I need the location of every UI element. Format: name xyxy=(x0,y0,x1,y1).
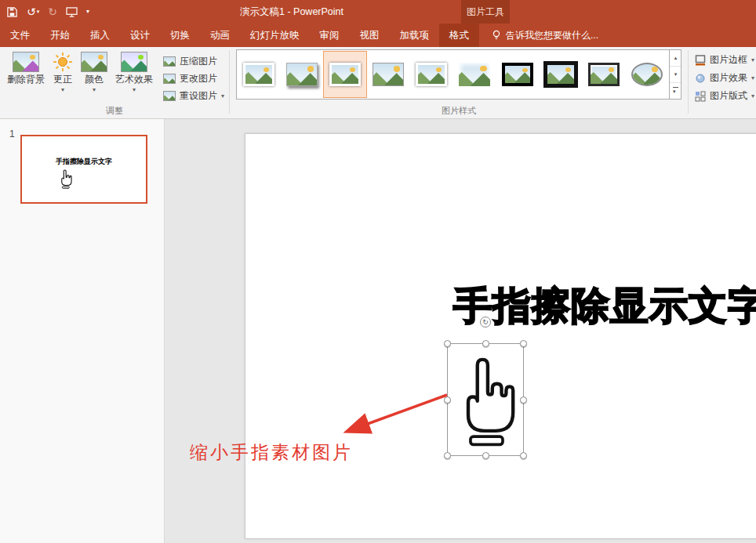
tab-animations[interactable]: 动画 xyxy=(200,24,240,47)
gallery-scrollbar: ▴ ▾ ▾ xyxy=(669,50,681,99)
picture-style-thumbnail[interactable] xyxy=(281,52,323,97)
resize-handle-nw[interactable] xyxy=(444,340,451,347)
customize-qat-icon[interactable]: ▾ xyxy=(86,6,89,17)
tab-addins[interactable]: 加载项 xyxy=(390,24,440,47)
picture-style-thumbnail[interactable] xyxy=(496,52,539,97)
artistic-effects-button[interactable]: 艺术效果 ▾ xyxy=(111,49,157,103)
reset-picture-icon xyxy=(163,91,176,101)
picture-layout-icon xyxy=(695,91,706,102)
dropdown-icon: ▾ xyxy=(751,75,754,81)
picture-effects-icon xyxy=(695,73,706,84)
gallery-more-icon[interactable]: ▾ xyxy=(670,83,681,99)
titlebar: ↺▾ ↻ ▾ 演示文稿1 - PowerPoint 图片工具 xyxy=(0,0,756,24)
picture-styles-gallery: ▴ ▾ ▾ xyxy=(236,49,681,100)
remove-background-button[interactable]: 删除背景 xyxy=(3,49,49,103)
dropdown-icon: ▾ xyxy=(751,57,754,63)
picture-style-thumbnail[interactable] xyxy=(626,52,668,97)
resize-handle-sw[interactable] xyxy=(444,452,451,459)
tab-design[interactable]: 设计 xyxy=(120,24,160,47)
picture-border-button[interactable]: 图片边框 ▾ xyxy=(695,53,754,67)
dropdown-icon: ▾ xyxy=(221,93,224,99)
ribbon: 删除背景 更正 ▾ 颜色 ▾ 艺术效果 ▾ xyxy=(0,47,756,119)
picture-style-thumbnail[interactable] xyxy=(367,52,409,97)
hand-image[interactable] xyxy=(451,355,520,452)
dropdown-icon: ▾ xyxy=(133,87,136,92)
resize-handle-w[interactable] xyxy=(444,396,451,404)
quick-access-toolbar: ↺▾ ↻ ▾ xyxy=(6,0,89,24)
picture-border-icon xyxy=(695,55,706,66)
tell-me-label: 告诉我您想要做什么... xyxy=(506,29,598,42)
slide-thumbnail-panel: 1 手指擦除显示文字 xyxy=(0,119,165,543)
window-title: 演示文稿1 - PowerPoint xyxy=(240,0,343,24)
reset-picture-button[interactable]: 重设图片 ▾ xyxy=(163,89,224,103)
slide-number: 1 xyxy=(9,129,15,139)
rotate-handle[interactable]: ↻ xyxy=(480,317,491,328)
corrections-button[interactable]: 更正 ▾ xyxy=(49,49,77,103)
group-picture-styles: ▴ ▾ ▾ 图片样式 xyxy=(229,47,688,118)
slide-page[interactable] xyxy=(245,133,756,539)
editing-canvas: 手指擦除显示文字 ↻ xyxy=(165,119,756,543)
ribbon-tab-bar: 文件 开始 插入 设计 切换 动画 幻灯片放映 审阅 视图 加载项 格式 告诉我… xyxy=(0,24,756,47)
picture-selection-box[interactable] xyxy=(447,343,524,456)
dropdown-icon: ▾ xyxy=(93,87,96,92)
group-picture-tools-right: 图片边框 ▾ 图片效果 ▾ 图片版式 ▾ xyxy=(689,47,756,118)
group-label-adjust: 调整 xyxy=(0,105,229,117)
thumbnail-title-text: 手指擦除显示文字 xyxy=(22,157,146,167)
picture-tools-context-tab: 图片工具 xyxy=(461,0,510,24)
picture-style-thumbnail[interactable] xyxy=(238,52,280,97)
group-label-picture-styles: 图片样式 xyxy=(229,105,688,117)
tell-me-box[interactable]: 告诉我您想要做什么... xyxy=(484,24,606,47)
artistic-effects-icon xyxy=(121,52,147,72)
tab-insert[interactable]: 插入 xyxy=(80,24,120,47)
workspace: 1 手指擦除显示文字 手指擦除显示文字 ↻ xyxy=(0,119,756,543)
slideshow-icon[interactable] xyxy=(66,7,78,17)
powerpoint-window: ↺▾ ↻ ▾ 演示文稿1 - PowerPoint 图片工具 文件 开始 插入 … xyxy=(0,0,756,543)
resize-handle-se[interactable] xyxy=(520,452,527,459)
picture-style-thumbnail[interactable] xyxy=(453,52,496,97)
undo-icon[interactable]: ↺▾ xyxy=(27,6,39,17)
resize-handle-n[interactable] xyxy=(482,340,489,347)
redo-icon[interactable]: ↻ xyxy=(48,6,57,17)
color-picture-icon xyxy=(81,52,107,72)
change-picture-button[interactable]: 更改图片 xyxy=(163,72,224,85)
picture-style-thumbnail[interactable] xyxy=(540,52,582,97)
annotation-text: 缩小手指素材图片 xyxy=(190,440,353,465)
sun-icon xyxy=(53,52,73,72)
compress-pictures-button[interactable]: 压缩图片 xyxy=(163,55,224,68)
picture-style-thumbnail[interactable] xyxy=(410,52,453,97)
tab-format[interactable]: 格式 xyxy=(439,24,479,47)
group-adjust: 删除背景 更正 ▾ 颜色 ▾ 艺术效果 ▾ xyxy=(0,47,229,118)
tab-review[interactable]: 审阅 xyxy=(310,24,350,47)
picture-style-thumbnail-selected[interactable] xyxy=(324,52,366,97)
picture-effects-button[interactable]: 图片效果 ▾ xyxy=(695,71,754,85)
gallery-scroll-down-icon[interactable]: ▾ xyxy=(670,67,681,83)
hand-image-thumbnail xyxy=(58,169,73,190)
resize-handle-e[interactable] xyxy=(520,396,527,404)
gallery-scroll-up-icon[interactable]: ▴ xyxy=(670,50,681,67)
tab-transitions[interactable]: 切换 xyxy=(160,24,200,47)
tab-view[interactable]: 视图 xyxy=(350,24,390,47)
dropdown-icon: ▾ xyxy=(61,87,64,92)
resize-handle-s[interactable] xyxy=(482,452,489,459)
color-button[interactable]: 颜色 ▾ xyxy=(77,49,111,103)
lightbulb-icon xyxy=(492,30,501,41)
slide-title-text[interactable]: 手指擦除显示文字 xyxy=(453,281,756,332)
tab-home[interactable]: 开始 xyxy=(40,24,80,47)
resize-handle-ne[interactable] xyxy=(520,340,527,347)
tab-file[interactable]: 文件 xyxy=(0,24,40,47)
save-icon[interactable] xyxy=(6,6,18,18)
picture-layout-button[interactable]: 图片版式 ▾ xyxy=(695,89,754,103)
remove-background-icon xyxy=(13,52,39,72)
tab-slideshow[interactable]: 幻灯片放映 xyxy=(240,24,310,47)
slide-1-thumbnail[interactable]: 手指擦除显示文字 xyxy=(20,135,147,204)
picture-style-thumbnail[interactable] xyxy=(583,52,625,97)
change-picture-icon xyxy=(163,74,176,84)
compress-pictures-icon xyxy=(163,56,176,67)
dropdown-icon: ▾ xyxy=(751,93,754,99)
